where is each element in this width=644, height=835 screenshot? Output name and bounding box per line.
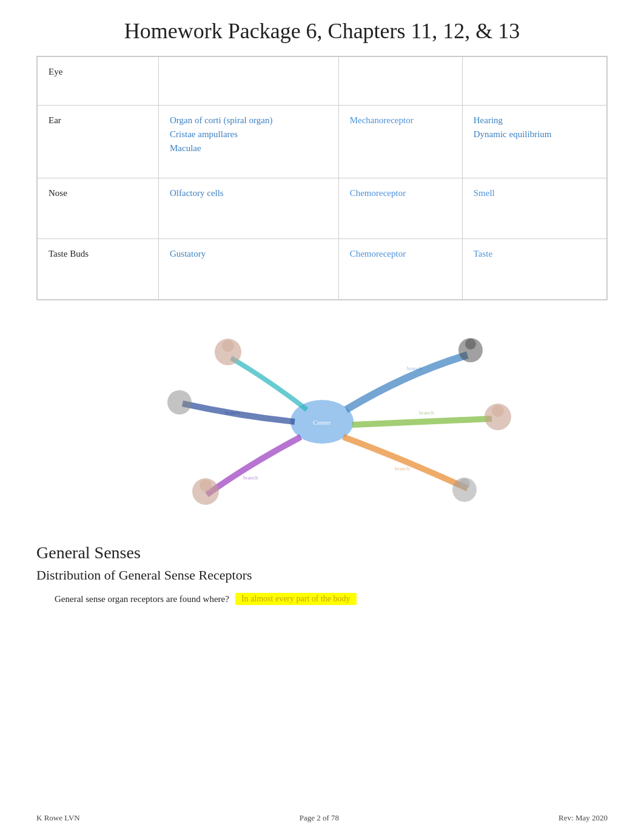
svg-point-12 xyxy=(167,390,192,414)
footer-revision: Rev: May 2020 xyxy=(558,813,608,823)
structure-gustatory: Gustatory xyxy=(170,249,206,259)
footer-page: Page 2 of 78 xyxy=(300,813,339,823)
svg-point-11 xyxy=(200,479,212,492)
svg-text:Center: Center xyxy=(313,419,331,426)
receptor-nose: Chemoreceptor xyxy=(338,178,462,239)
organ-label: Eye xyxy=(49,67,62,76)
question-list: General sense organ receptors are found … xyxy=(55,593,608,605)
sense-ear: Hearing Dynamic equilibrium xyxy=(462,106,606,178)
svg-text:branch: branch xyxy=(225,410,240,416)
question-item-1: General sense organ receptors are found … xyxy=(55,593,608,605)
organ-nose: Nose xyxy=(38,178,159,239)
organ-ear: Ear xyxy=(38,106,159,178)
mindmap-svg: Center xyxy=(116,325,528,519)
organ-label: Nose xyxy=(49,188,67,198)
structures-ear: Organ of corti (spiral organ) Cristae am… xyxy=(159,106,339,178)
svg-text:branch: branch xyxy=(395,465,410,472)
svg-text:branch: branch xyxy=(419,410,434,416)
structures-nose: Olfactory cells xyxy=(159,178,339,239)
question-text-1: General sense organ receptors are found … xyxy=(55,594,229,604)
sense-eye xyxy=(462,57,606,106)
receptor-tastebuds: Chemoreceptor xyxy=(338,239,462,300)
general-senses-section: General Senses Distribution of General S… xyxy=(36,543,608,605)
svg-point-5 xyxy=(465,339,476,350)
svg-text:branch: branch xyxy=(407,365,422,371)
table-row-ear: Ear Organ of corti (spiral organ) Crista… xyxy=(38,106,607,178)
organ-label: Taste Buds xyxy=(49,249,89,259)
table-row-tastebuds: Taste Buds Gustatory Chemoreceptor Taste xyxy=(38,239,607,300)
receptor-eye xyxy=(338,57,462,106)
footer-author: K Rowe LVN xyxy=(36,813,80,823)
page-title: Homework Package 6, Chapters 11, 12, & 1… xyxy=(0,0,644,56)
sense-tastebuds: Taste xyxy=(462,239,606,300)
senses-table: Eye Ear Organ of corti (spiral organ) Cr… xyxy=(36,56,608,300)
structure-maculae: Maculae xyxy=(170,143,327,154)
svg-point-9 xyxy=(459,478,470,489)
organ-tastebuds: Taste Buds xyxy=(38,239,159,300)
structures-eye xyxy=(159,57,339,106)
table-row-nose: Nose Olfactory cells Chemoreceptor Smell xyxy=(38,178,607,239)
structure-cristae: Cristae ampullares xyxy=(170,129,327,140)
svg-point-3 xyxy=(222,340,234,352)
mindmap-section: Center xyxy=(36,319,608,525)
sense-dynamic: Dynamic equilibrium xyxy=(474,129,595,140)
sense-hearing: Hearing xyxy=(474,115,595,126)
organ-label: Ear xyxy=(49,115,61,125)
svg-text:branch: branch xyxy=(243,475,258,481)
structure-organ-corti: Organ of corti (spiral organ) xyxy=(170,115,327,126)
organ-eye: Eye xyxy=(38,57,159,106)
table-row-eye: Eye xyxy=(38,57,607,106)
structures-tastebuds: Gustatory xyxy=(159,239,339,300)
structure-olfactory: Olfactory cells xyxy=(170,188,224,198)
answer-highlight-1: In almost every part of the body xyxy=(235,593,357,605)
sense-nose: Smell xyxy=(462,178,606,239)
page-footer: K Rowe LVN Page 2 of 78 Rev: May 2020 xyxy=(0,813,644,823)
mindmap-image: Center xyxy=(116,325,528,519)
general-senses-heading: General Senses xyxy=(36,543,608,563)
svg-point-7 xyxy=(492,405,504,417)
receptor-ear: Mechanoreceptor xyxy=(338,106,462,178)
distribution-heading: Distribution of General Sense Receptors xyxy=(36,567,608,583)
